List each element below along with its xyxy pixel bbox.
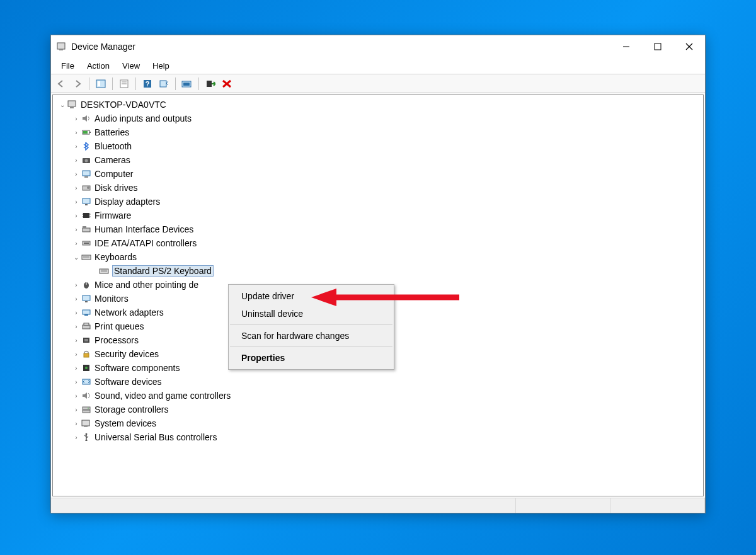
- app-icon: [56, 42, 66, 52]
- tree-root[interactable]: ⌄ DESKTOP-VDA0VTC: [54, 98, 702, 112]
- chevron-right-icon[interactable]: ›: [72, 226, 81, 233]
- svg-rect-53: [83, 325, 90, 329]
- properties-button[interactable]: [117, 76, 132, 91]
- statusbar: [51, 498, 705, 513]
- help-button[interactable]: ?: [140, 76, 155, 91]
- menu-uninstall-device[interactable]: Uninstall device: [229, 305, 394, 323]
- chevron-right-icon[interactable]: ›: [72, 157, 81, 164]
- tree-item-keyboards[interactable]: ⌄Keyboards: [54, 250, 702, 264]
- uninstall-device-button[interactable]: [219, 76, 234, 91]
- sound-icon: [81, 391, 92, 401]
- window-title: Device Manager: [71, 42, 135, 52]
- tree-item-sound[interactable]: ›Sound, video and game controllers: [54, 389, 702, 403]
- svg-point-59: [85, 367, 88, 369]
- chevron-right-icon[interactable]: ›: [72, 323, 81, 330]
- tree-item-software-devices[interactable]: ›Software devices: [54, 375, 702, 389]
- chevron-right-icon[interactable]: ›: [72, 295, 81, 302]
- svg-rect-30: [83, 198, 90, 203]
- storage-icon: [81, 404, 92, 415]
- menu-action[interactable]: Action: [82, 60, 115, 72]
- svg-rect-52: [84, 314, 88, 316]
- menu-file[interactable]: File: [56, 60, 79, 72]
- tree-item-display-adapters[interactable]: ›Display adapters: [54, 195, 702, 209]
- computer-icon: [67, 100, 78, 110]
- svg-rect-0: [57, 43, 65, 49]
- chevron-right-icon[interactable]: ›: [72, 143, 81, 150]
- svg-rect-23: [83, 131, 88, 134]
- chevron-down-icon[interactable]: ⌄: [58, 101, 67, 108]
- chevron-down-icon[interactable]: ⌄: [72, 254, 81, 261]
- menu-view[interactable]: View: [117, 60, 145, 72]
- tree-item-ide[interactable]: ›IDE ATA/ATAPI controllers: [54, 236, 702, 250]
- tree-item-disk-drives[interactable]: ›Disk drives: [54, 181, 702, 195]
- chevron-right-icon[interactable]: ›: [72, 129, 81, 136]
- close-button[interactable]: [673, 37, 705, 57]
- tree-item-cameras[interactable]: ›Cameras: [54, 153, 702, 167]
- hid-icon: [81, 224, 92, 234]
- tree-item-hid[interactable]: ›Human Interface Devices: [54, 222, 702, 236]
- chevron-right-icon[interactable]: ›: [72, 309, 81, 316]
- chevron-right-icon[interactable]: ›: [72, 240, 81, 247]
- tree-item-computer[interactable]: ›Computer: [54, 167, 702, 181]
- tree-item-usb[interactable]: ›Universal Serial Bus controllers: [54, 430, 702, 444]
- chevron-right-icon[interactable]: ›: [72, 337, 81, 344]
- cpu-icon: [81, 335, 92, 345]
- svg-point-25: [85, 159, 88, 163]
- svg-rect-67: [86, 440, 88, 441]
- forward-button[interactable]: [70, 76, 85, 91]
- tree-item-storage[interactable]: ›Storage controllers: [54, 403, 702, 416]
- menu-separator: [230, 324, 392, 325]
- chevron-right-icon[interactable]: ›: [72, 282, 81, 289]
- svg-rect-7: [98, 81, 100, 86]
- tree-item-firmware[interactable]: ›Firmware: [54, 209, 702, 222]
- tree-item-system[interactable]: ›System devices: [54, 416, 702, 430]
- context-menu: Update driver Uninstall device Scan for …: [228, 284, 394, 370]
- svg-rect-32: [83, 213, 89, 218]
- tree-item-batteries[interactable]: ›Batteries: [54, 125, 702, 139]
- svg-rect-50: [85, 301, 88, 302]
- back-button[interactable]: [54, 76, 69, 91]
- svg-rect-31: [85, 204, 88, 205]
- chevron-right-icon[interactable]: ›: [72, 379, 81, 386]
- chevron-right-icon[interactable]: ›: [72, 406, 81, 413]
- tree-item-bluetooth[interactable]: ›Bluetooth: [54, 139, 702, 153]
- svg-point-66: [86, 433, 88, 435]
- component-icon: [81, 363, 92, 373]
- menu-properties[interactable]: Properties: [229, 349, 394, 367]
- keyboard-icon: [81, 252, 92, 262]
- tree-item-keyboard-ps2[interactable]: Standard PS/2 Keyboard: [54, 264, 702, 278]
- maximize-button[interactable]: [642, 37, 673, 57]
- chevron-right-icon[interactable]: ›: [72, 420, 81, 427]
- usb-icon: [81, 432, 92, 442]
- svg-rect-19: [68, 101, 76, 106]
- menu-update-driver[interactable]: Update driver: [229, 287, 394, 305]
- svg-rect-61: [83, 407, 90, 409]
- show-hide-console-button[interactable]: [93, 76, 108, 91]
- scan-button[interactable]: [156, 76, 171, 91]
- svg-rect-62: [83, 410, 90, 413]
- pc-icon: [81, 169, 92, 179]
- svg-rect-51: [83, 310, 90, 314]
- menu-separator: [230, 346, 392, 347]
- svg-rect-37: [83, 228, 90, 232]
- chevron-right-icon[interactable]: ›: [72, 115, 81, 122]
- tree-item-audio[interactable]: ›Audio inputs and outputs: [54, 112, 702, 125]
- svg-rect-38: [83, 226, 86, 228]
- minimize-button[interactable]: [610, 37, 642, 57]
- menubar: File Action View Help: [51, 58, 705, 74]
- menu-scan-hardware[interactable]: Scan for hardware changes: [229, 327, 394, 345]
- chevron-right-icon[interactable]: ›: [72, 434, 81, 441]
- chevron-right-icon[interactable]: ›: [72, 171, 81, 178]
- enable-device-button[interactable]: [203, 76, 218, 91]
- svg-rect-26: [83, 171, 90, 176]
- chevron-right-icon[interactable]: ›: [72, 185, 81, 192]
- chevron-right-icon[interactable]: ›: [72, 212, 81, 219]
- chevron-right-icon[interactable]: ›: [72, 392, 81, 399]
- titlebar[interactable]: Device Manager: [51, 35, 705, 58]
- chevron-right-icon[interactable]: ›: [72, 365, 81, 372]
- update-driver-button[interactable]: [180, 76, 195, 91]
- svg-point-29: [87, 186, 89, 189]
- chevron-right-icon[interactable]: ›: [72, 351, 81, 358]
- chevron-right-icon[interactable]: ›: [72, 198, 81, 205]
- menu-help[interactable]: Help: [147, 60, 175, 72]
